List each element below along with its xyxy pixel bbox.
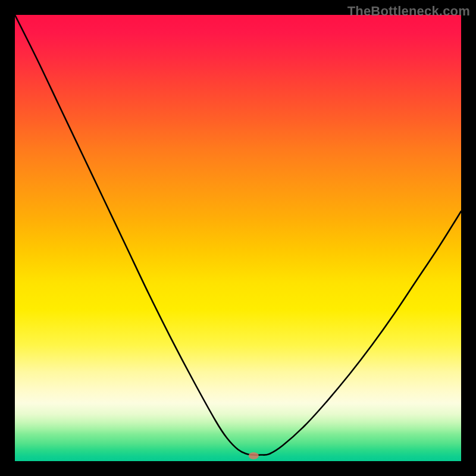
chart-container: TheBottleneck.com: [0, 0, 476, 476]
chart-svg: [15, 15, 461, 461]
minimum-marker: [249, 452, 259, 459]
bottleneck-curve: [15, 15, 461, 455]
plot-area: [15, 15, 461, 461]
watermark-text: TheBottleneck.com: [347, 4, 470, 19]
